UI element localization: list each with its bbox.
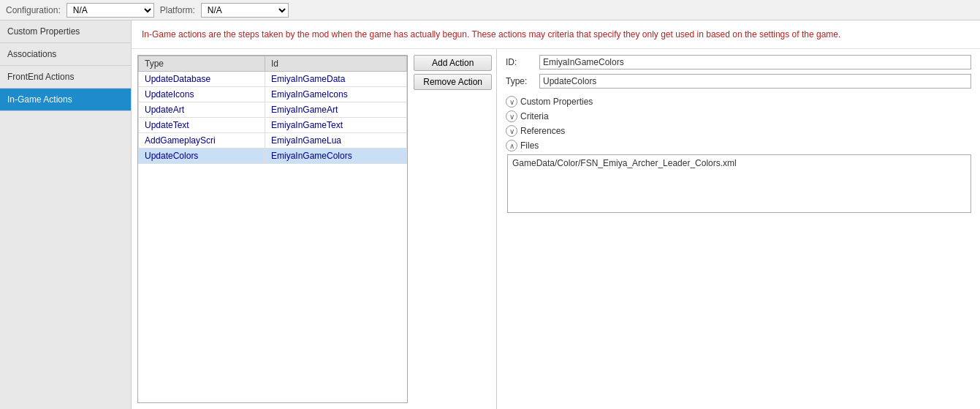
id-input[interactable] <box>539 55 971 70</box>
cell-type: UpdateDatabase <box>139 72 265 87</box>
sidebar-item-custom-properties[interactable]: Custom Properties <box>0 20 131 43</box>
section-header-files-section[interactable]: ∧Files <box>506 140 971 151</box>
col-id-header: Id <box>265 56 407 72</box>
description-text: In-Game actions are the steps taken by t… <box>132 20 980 49</box>
cell-type: AddGameplayScri <box>139 133 265 149</box>
section-title-criteria-section: Criteria <box>520 111 549 121</box>
col-type-header: Type <box>139 56 265 72</box>
type-label: Type: <box>506 76 535 86</box>
table-row[interactable]: AddGameplayScriEmiyaInGameLua <box>139 133 407 149</box>
type-input[interactable] <box>539 74 971 89</box>
sidebar-item-in-game-actions[interactable]: In-Game Actions <box>0 89 131 111</box>
cell-type: UpdateIcons <box>139 87 265 102</box>
content-area: In-Game actions are the steps taken by t… <box>132 20 980 409</box>
files-content: GameData/Color/FSN_Emiya_Archer_Leader_C… <box>507 154 971 213</box>
table-panel: Type Id UpdateDatabaseEmiyaInGameDataUpd… <box>132 49 497 409</box>
remove-action-button[interactable]: Remove Action <box>414 74 492 90</box>
table-row[interactable]: UpdateIconsEmiyaInGameIcons <box>139 87 407 102</box>
top-actions: Add Action Remove Action <box>414 49 496 409</box>
cell-id: EmiyaInGameLua <box>265 133 407 149</box>
actions-area: Type Id UpdateDatabaseEmiyaInGameDataUpd… <box>132 49 980 409</box>
section-title-files-section: Files <box>520 140 539 151</box>
action-table: Type Id UpdateDatabaseEmiyaInGameDataUpd… <box>137 55 408 403</box>
platform-select[interactable]: N/A <box>201 3 289 18</box>
chevron-files-section: ∧ <box>506 140 517 151</box>
cell-id: EmiyaInGameColors <box>265 149 407 164</box>
configuration-select[interactable]: N/A <box>67 3 154 18</box>
section-title-references-section: References <box>520 126 565 136</box>
id-row: ID: <box>506 55 971 70</box>
sidebar-item-associations[interactable]: Associations <box>0 43 131 66</box>
properties-panel: ID: Type: ∨Custom Properties∨Criteria∨Re… <box>497 49 980 409</box>
cell-type: UpdateArt <box>139 102 265 118</box>
table-buttons-row: Type Id UpdateDatabaseEmiyaInGameDataUpd… <box>132 49 496 409</box>
chevron-custom-properties-section: ∨ <box>506 96 517 108</box>
table-row[interactable]: UpdateArtEmiyaInGameArt <box>139 102 407 118</box>
cell-id: EmiyaInGameData <box>265 72 407 87</box>
sidebar: Custom PropertiesAssociationsFrontEnd Ac… <box>0 20 132 409</box>
chevron-references-section: ∨ <box>506 125 517 137</box>
sidebar-item-frontend-actions[interactable]: FrontEnd Actions <box>0 66 131 89</box>
top-bar: Configuration: N/A Platform: N/A <box>0 0 980 20</box>
cell-id: EmiyaInGameIcons <box>265 87 407 102</box>
main-layout: Custom PropertiesAssociationsFrontEnd Ac… <box>0 20 980 409</box>
type-row: Type: <box>506 74 971 89</box>
cell-id: EmiyaInGameArt <box>265 102 407 118</box>
configuration-label: Configuration: <box>6 5 61 15</box>
id-label: ID: <box>506 57 535 67</box>
table-row[interactable]: UpdateDatabaseEmiyaInGameData <box>139 72 407 87</box>
section-header-criteria-section[interactable]: ∨Criteria <box>506 110 971 122</box>
section-header-references-section[interactable]: ∨References <box>506 125 971 137</box>
cell-id: EmiyaInGameText <box>265 118 407 133</box>
table-row[interactable]: UpdateColorsEmiyaInGameColors <box>139 149 407 164</box>
add-action-button[interactable]: Add Action <box>414 55 492 71</box>
platform-label: Platform: <box>160 5 195 15</box>
table-row[interactable]: UpdateTextEmiyaInGameText <box>139 118 407 133</box>
cell-type: UpdateText <box>139 118 265 133</box>
section-title-custom-properties-section: Custom Properties <box>520 97 593 107</box>
section-header-custom-properties-section[interactable]: ∨Custom Properties <box>506 96 971 108</box>
cell-type: UpdateColors <box>139 149 265 164</box>
chevron-criteria-section: ∨ <box>506 110 517 122</box>
